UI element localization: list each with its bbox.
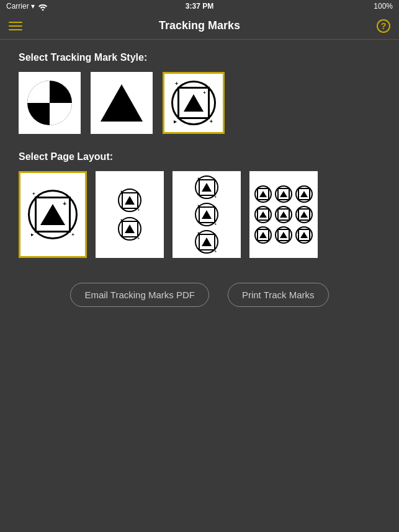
- grid-mark: [254, 226, 272, 244]
- email-button[interactable]: Email Tracking Marks PDF: [70, 283, 209, 307]
- status-bar: Carrier ▾ 3:37 PM 100%: [0, 0, 399, 12]
- print-button[interactable]: Print Track Marks: [228, 283, 329, 307]
- mini-mark-3b: + +: [195, 203, 218, 226]
- layout-three-preview: + + + + + +: [195, 175, 218, 254]
- nav-bar: Tracking Marks ?: [0, 12, 399, 40]
- layout-two-stacked[interactable]: + + + +: [96, 171, 164, 258]
- grid-mark: [275, 226, 292, 244]
- mini-mark-1: + +: [118, 188, 141, 212]
- status-time: 3:37 PM: [186, 2, 213, 11]
- grid-mark: [295, 185, 313, 203]
- main-content: Select Tracking Mark Style: + + ▸ +: [0, 40, 399, 319]
- style-selector: + + ▸ +: [19, 72, 380, 134]
- grid-mark: [275, 206, 292, 223]
- layout-section-label: Select Page Layout:: [19, 151, 380, 162]
- grid-mark: [254, 185, 272, 203]
- style-triangle-in-circle[interactable]: + + ▸ +: [163, 72, 225, 134]
- mini-mark-3a: + +: [195, 175, 218, 199]
- battery-text: 100%: [374, 2, 393, 11]
- action-buttons: Email Tracking Marks PDF Print Track Mar…: [19, 283, 380, 307]
- mini-mark-3c: + +: [195, 230, 218, 254]
- help-button[interactable]: ?: [377, 19, 390, 33]
- svg-point-0: [42, 9, 44, 11]
- menu-button[interactable]: [9, 22, 22, 30]
- layout-selector: + + ▸ + + +: [19, 171, 380, 258]
- layout-three-stacked[interactable]: + + + + + +: [173, 171, 241, 258]
- layout-grid[interactable]: [249, 171, 318, 258]
- style-checkerboard[interactable]: [19, 72, 81, 134]
- layout-single[interactable]: + + ▸ +: [19, 171, 87, 258]
- carrier-text: Carrier ▾: [6, 2, 48, 11]
- page-title: Tracking Marks: [159, 19, 240, 32]
- grid-mark: [254, 206, 272, 223]
- layout-two-preview: + + + +: [118, 188, 141, 241]
- triangle-icon: [101, 84, 143, 122]
- triangle-in-circle-icon: + + ▸ +: [171, 81, 216, 125]
- layout-grid-preview: [252, 183, 315, 246]
- grid-mark: [295, 206, 313, 223]
- style-section-label: Select Tracking Mark Style:: [19, 52, 380, 63]
- grid-mark: [295, 226, 313, 244]
- mini-mark-2: + +: [118, 217, 141, 241]
- style-triangle[interactable]: [91, 72, 153, 134]
- checkerboard-icon: [27, 81, 72, 125]
- layout-single-preview: + + ▸ +: [28, 190, 78, 239]
- grid-mark: [275, 185, 292, 203]
